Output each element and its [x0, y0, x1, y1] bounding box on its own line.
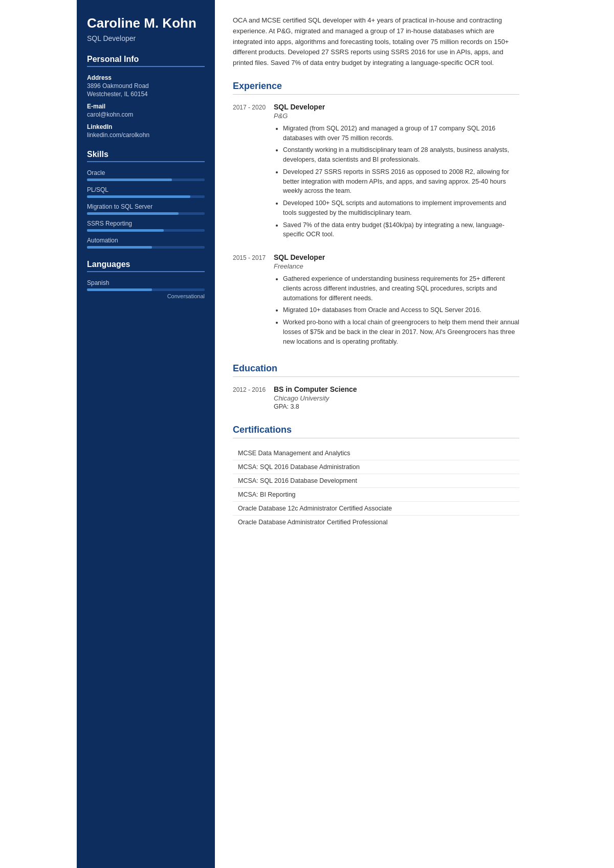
candidate-title: SQL Developer	[87, 34, 205, 42]
experience-list: 2017 - 2020SQL DeveloperP&GMigrated (fro…	[233, 103, 519, 349]
address-line1: 3896 Oakmound Road	[87, 82, 205, 90]
education-list: 2012 - 2016BS in Computer ScienceChicago…	[233, 385, 519, 410]
skill-bar-fill	[87, 195, 190, 198]
education-heading: Education	[233, 363, 519, 377]
entry-bullets: Migrated (from SQL 2012) and managed a g…	[274, 124, 519, 239]
certification-row: MCSA: BI Reporting	[233, 488, 519, 502]
edu-degree: BS in Computer Science	[274, 385, 519, 393]
skill-name: Automation	[87, 237, 205, 244]
certifications-list: MCSE Data Management and AnalyticsMCSA: …	[233, 447, 519, 529]
language-name: Spanish	[87, 279, 205, 286]
certification-row: MCSA: SQL 2016 Database Development	[233, 474, 519, 488]
skill-bar-background	[87, 179, 205, 181]
edu-dates: 2012 - 2016	[233, 385, 274, 410]
skill-bar-fill	[87, 229, 164, 232]
edu-gpa: GPA: 3.8	[274, 403, 519, 410]
candidate-name: Caroline M. Kohn	[87, 15, 205, 31]
address-line2: Westchester, IL 60154	[87, 91, 205, 98]
certification-row: Oracle Database 12c Administrator Certif…	[233, 502, 519, 516]
linkedin-label: LinkedIn	[87, 123, 205, 130]
bullet-item: Developed 27 SSRS reports in SSRS 2016 a…	[283, 167, 519, 196]
bullet-item: Migrated 10+ databases from Oracle and A…	[283, 305, 519, 315]
bullet-item: Gathered experience of understanding bus…	[283, 274, 519, 303]
certification-row: Oracle Database Administrator Certified …	[233, 516, 519, 529]
entry-bullets: Gathered experience of understanding bus…	[274, 274, 519, 346]
bullet-item: Constantly working in a multidisciplinar…	[283, 145, 519, 165]
entry-content: SQL DeveloperP&GMigrated (from SQL 2012)…	[274, 103, 519, 242]
language-level: Conversational	[87, 293, 205, 299]
certification-item: MCSA: SQL 2016 Database Administration	[233, 460, 519, 474]
bullet-item: Worked pro-bono with a local chain of gr…	[283, 318, 519, 346]
bullet-item: Developed 100+ SQL scripts and automatio…	[283, 198, 519, 218]
skills-list: OraclePL/SQLMigration to SQL ServerSSRS …	[87, 169, 205, 249]
language-bar-background	[87, 288, 205, 291]
languages-list: SpanishConversational	[87, 279, 205, 299]
certifications-section: Certifications MCSE Data Management and …	[233, 425, 519, 529]
summary-text: OCA and MCSE certified SQL developer wit…	[233, 15, 519, 69]
entry-job-title: SQL Developer	[274, 103, 519, 111]
skill-bar-fill	[87, 246, 152, 249]
linkedin-value: linkedin.com/carolkohn	[87, 131, 205, 139]
experience-entry: 2015 - 2017SQL DeveloperFreelanceGathere…	[233, 253, 519, 349]
education-entry: 2012 - 2016BS in Computer ScienceChicago…	[233, 385, 519, 410]
entry-dates: 2017 - 2020	[233, 103, 274, 242]
experience-section: Experience 2017 - 2020SQL DeveloperP&GMi…	[233, 81, 519, 349]
languages-heading: Languages	[87, 260, 205, 272]
skill-name: PL/SQL	[87, 186, 205, 193]
edu-content: BS in Computer ScienceChicago University…	[274, 385, 519, 410]
entry-dates: 2015 - 2017	[233, 253, 274, 349]
experience-heading: Experience	[233, 81, 519, 95]
address-label: Address	[87, 74, 205, 81]
skill-name: SSRS Reporting	[87, 220, 205, 227]
certification-row: MCSA: SQL 2016 Database Administration	[233, 460, 519, 474]
skill-name: Oracle	[87, 169, 205, 176]
bullet-item: Migrated (from SQL 2012) and managed a g…	[283, 124, 519, 143]
entry-company: P&G	[274, 112, 519, 120]
certification-item: Oracle Database 12c Administrator Certif…	[233, 502, 519, 516]
skill-bar-background	[87, 212, 205, 215]
personal-info-heading: Personal Info	[87, 55, 205, 67]
main-content: OCA and MCSE certified SQL developer wit…	[215, 0, 537, 868]
certification-item: MCSA: SQL 2016 Database Development	[233, 474, 519, 488]
skill-bar-background	[87, 229, 205, 232]
entry-job-title: SQL Developer	[274, 253, 519, 261]
skill-bar-fill	[87, 212, 179, 215]
certification-item: Oracle Database Administrator Certified …	[233, 516, 519, 529]
edu-school: Chicago University	[274, 394, 519, 402]
email-value: carol@kohn.com	[87, 111, 205, 118]
resume-container: Caroline M. Kohn SQL Developer Personal …	[77, 0, 537, 868]
certifications-table: MCSE Data Management and AnalyticsMCSA: …	[233, 447, 519, 529]
bullet-item: Saved 7% of the data entry budget ($140k…	[283, 220, 519, 240]
language-bar-fill	[87, 288, 152, 291]
skill-bar-fill	[87, 179, 172, 181]
certifications-heading: Certifications	[233, 425, 519, 438]
entry-company: Freelance	[274, 262, 519, 270]
skill-name: Migration to SQL Server	[87, 203, 205, 210]
skill-bar-background	[87, 195, 205, 198]
entry-content: SQL DeveloperFreelanceGathered experienc…	[274, 253, 519, 349]
certification-row: MCSE Data Management and Analytics	[233, 447, 519, 460]
skills-heading: Skills	[87, 150, 205, 162]
sidebar: Caroline M. Kohn SQL Developer Personal …	[77, 0, 215, 868]
certification-item: MCSA: BI Reporting	[233, 488, 519, 502]
experience-entry: 2017 - 2020SQL DeveloperP&GMigrated (fro…	[233, 103, 519, 242]
skill-bar-background	[87, 246, 205, 249]
email-label: E-mail	[87, 103, 205, 110]
certification-item: MCSE Data Management and Analytics	[233, 447, 519, 460]
education-section: Education 2012 - 2016BS in Computer Scie…	[233, 363, 519, 410]
